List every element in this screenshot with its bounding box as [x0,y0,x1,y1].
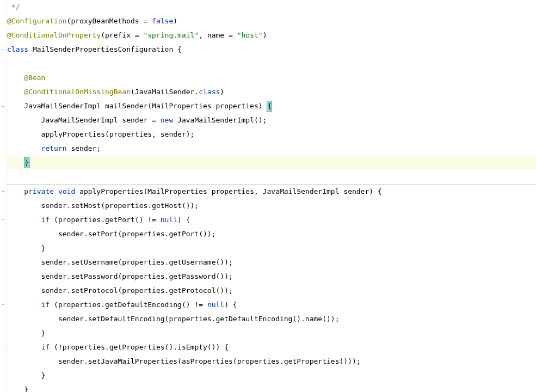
code-token: @ConditionalOnMissingBean [24,88,131,96]
code-token: (proxyBeanMethods = [67,17,152,25]
code-token: @Configuration [7,17,67,25]
code-token: if [41,343,54,351]
editor-gutter: −−−−−− [0,0,7,392]
code-token: (properties.getDefaultEncoding() != [54,301,207,309]
code-token: sender; [71,144,101,152]
code-token [7,144,41,152]
code-line[interactable]: @Bean [7,71,536,85]
code-token: (properties.getPort() != [54,216,161,224]
code-line[interactable]: JavaMailSenderImpl sender = new JavaMail… [7,113,536,127]
code-line[interactable]: @ConditionalOnMissingBean(JavaMailSender… [7,85,536,99]
code-token: false [152,17,173,25]
code-token: applyProperties(properties, sender); [7,130,194,138]
code-token: */ [7,3,20,11]
code-token: "spring.mail" [143,31,199,39]
code-line[interactable]: } [7,369,536,383]
code-token [7,88,24,96]
code-token: JavaMailSenderImpl(); [177,116,267,124]
code-line[interactable]: */ [7,0,536,14]
code-line[interactable]: } [7,326,536,340]
code-token [7,187,24,195]
code-line[interactable]: return sender; [7,142,536,156]
code-token: if [41,301,54,309]
code-token: sender.setPort(properties.getPort()); [7,230,216,238]
code-editor[interactable]: −−−−−− */@Configuration(proxyBeanMethods… [0,0,536,392]
code-token: ) [173,17,177,25]
code-line[interactable]: } [7,156,536,170]
code-token: sender.setDefaultEncoding(properties.get… [7,315,339,323]
code-token: } [7,385,28,392]
code-token: if [41,216,54,224]
code-token: class [199,88,220,96]
code-token: sender.setHost(properties.getHost()); [7,201,199,210]
code-line[interactable]: @Configuration(proxyBeanMethods = false) [7,14,536,28]
code-token [7,343,41,351]
code-token: ) { [224,301,237,309]
code-line[interactable]: if (!properties.getProperties().isEmpty(… [7,340,536,354]
code-token: , name = [199,31,237,39]
code-token: (prefix = [101,31,143,39]
code-token: sender.setJavaMailProperties(asPropertie… [7,357,361,365]
code-token: @Bean [24,74,45,82]
code-token: sender.setUsername(properties.getUsernam… [7,258,233,266]
code-token: ) [263,31,267,39]
code-line[interactable] [7,170,536,184]
fold-toggle-icon[interactable]: − [1,217,5,222]
code-token: (!properties.getProperties().isEmpty()) … [54,343,229,351]
code-token: @ConditionalOnProperty [7,31,101,39]
code-token: ) { [177,216,190,224]
fold-toggle-icon[interactable]: − [1,47,5,52]
code-line[interactable]: class MailSenderPropertiesConfiguration … [7,42,536,57]
code-token: private void [24,187,79,195]
code-line[interactable]: if (properties.getPort() != null) { [7,213,536,227]
code-line[interactable] [7,57,536,71]
code-token: applyProperties(MailProperties propertie… [79,187,382,195]
code-token: null [207,301,224,309]
code-token: } [7,329,45,337]
code-token [7,301,41,309]
code-token: (JavaMailSender. [131,88,199,96]
code-line[interactable]: if (properties.getDefaultEncoding() != n… [7,298,536,312]
code-token: MailSenderPropertiesConfiguration { [33,45,182,53]
matched-brace: { [267,101,272,112]
code-line[interactable]: } [7,383,536,392]
code-token: class [7,45,33,53]
code-line[interactable]: applyProperties(properties, sender); [7,127,536,142]
code-token: ) [220,88,224,96]
code-area[interactable]: */@Configuration(proxyBeanMethods = fals… [7,0,536,392]
code-token: return [41,144,71,152]
code-token: JavaMailSenderImpl sender = [7,116,161,124]
code-token: new [161,116,177,124]
code-token: JavaMailSenderImpl mailSender(MailProper… [7,102,267,110]
fold-toggle-icon[interactable]: − [1,302,5,307]
code-line[interactable]: JavaMailSenderImpl mailSender(MailProper… [7,99,536,113]
code-line[interactable]: private void applyProperties(MailPropert… [7,185,536,199]
code-line[interactable]: sender.setProtocol(properties.getProtoco… [7,284,536,298]
fold-toggle-icon[interactable]: − [1,345,5,349]
code-token: sender.setProtocol(properties.getProtoco… [7,286,233,295]
code-line[interactable]: } [7,241,536,255]
code-line[interactable]: sender.setDefaultEncoding(properties.get… [7,312,536,326]
code-line[interactable]: @ConditionalOnProperty(prefix = "spring.… [7,28,536,42]
code-line[interactable]: sender.setPassword(properties.getPasswor… [7,270,536,284]
code-line[interactable]: sender.setUsername(properties.getUsernam… [7,255,536,270]
code-token: "host" [237,31,263,39]
code-token [7,158,24,167]
text-caret [29,158,29,168]
code-token: } [7,371,45,379]
fold-toggle-icon[interactable]: − [1,104,5,108]
code-line[interactable]: sender.setPort(properties.getPort()); [7,227,536,241]
fold-toggle-icon[interactable]: − [1,189,5,193]
code-line[interactable]: sender.setHost(properties.getHost()); [7,199,536,213]
code-token [7,74,24,82]
code-token: } [7,244,45,252]
code-token: sender.setPassword(properties.getPasswor… [7,272,233,280]
code-token: null [161,216,177,224]
code-line[interactable]: sender.setJavaMailProperties(asPropertie… [7,354,536,369]
code-token [7,216,41,224]
